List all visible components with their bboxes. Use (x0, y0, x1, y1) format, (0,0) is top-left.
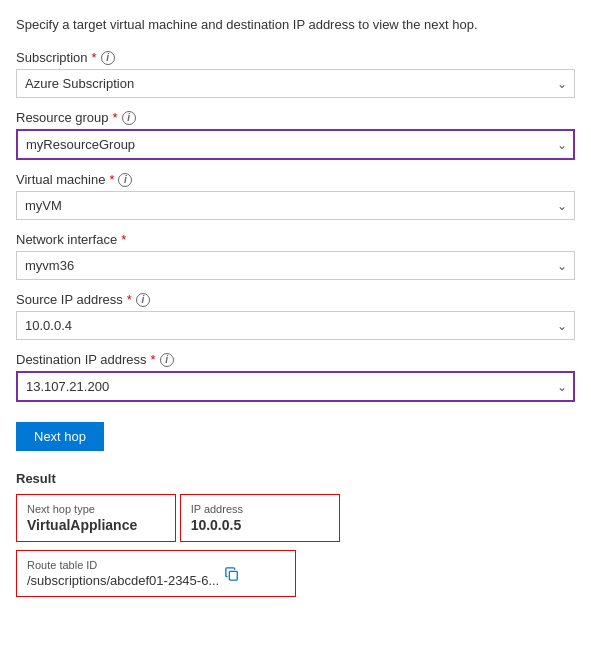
resource-group-label-text: Resource group (16, 110, 109, 125)
subscription-select[interactable]: Azure Subscription (16, 69, 575, 98)
result-title: Result (16, 471, 575, 486)
virtual-machine-label-text: Virtual machine (16, 172, 105, 187)
resource-group-label: Resource group * i (16, 110, 575, 125)
route-table-label: Route table ID (27, 559, 219, 571)
resource-group-select[interactable]: myResourceGroup (16, 129, 575, 160)
network-interface-field-group: Network interface * myvm36 ⌄ (16, 232, 575, 280)
network-interface-select-wrapper: myvm36 ⌄ (16, 251, 575, 280)
destination-ip-label-text: Destination IP address (16, 352, 147, 367)
destination-ip-select-wrapper: 13.107.21.200 ⌄ (16, 371, 575, 402)
ip-address-value: 10.0.0.5 (191, 517, 329, 533)
source-ip-select[interactable]: 10.0.0.4 (16, 311, 575, 340)
next-hop-type-value: VirtualAppliance (27, 517, 165, 533)
virtual-machine-label: Virtual machine * i (16, 172, 575, 187)
resource-group-field-group: Resource group * i myResourceGroup ⌄ (16, 110, 575, 160)
virtual-machine-select[interactable]: myVM (16, 191, 575, 220)
subscription-field-group: Subscription * i Azure Subscription ⌄ (16, 50, 575, 98)
source-ip-select-wrapper: 10.0.0.4 ⌄ (16, 311, 575, 340)
subscription-label: Subscription * i (16, 50, 575, 65)
source-ip-required: * (127, 292, 132, 307)
subscription-info-icon[interactable]: i (101, 51, 115, 65)
route-table-value: /subscriptions/abcdef01-2345-6... (27, 573, 219, 588)
resource-group-info-icon[interactable]: i (122, 111, 136, 125)
ip-address-label: IP address (191, 503, 329, 515)
network-interface-label-text: Network interface (16, 232, 117, 247)
virtual-machine-field-group: Virtual machine * i myVM ⌄ (16, 172, 575, 220)
description: Specify a target virtual machine and des… (16, 16, 575, 34)
subscription-label-text: Subscription (16, 50, 88, 65)
subscription-required: * (92, 50, 97, 65)
result-section: Result Next hop type VirtualAppliance IP… (16, 471, 575, 597)
network-interface-required: * (121, 232, 126, 247)
virtual-machine-required: * (109, 172, 114, 187)
resource-group-select-wrapper: myResourceGroup ⌄ (16, 129, 575, 160)
destination-ip-select[interactable]: 13.107.21.200 (16, 371, 575, 402)
destination-ip-required: * (151, 352, 156, 367)
source-ip-field-group: Source IP address * i 10.0.0.4 ⌄ (16, 292, 575, 340)
network-interface-select[interactable]: myvm36 (16, 251, 575, 280)
copy-icon[interactable] (225, 567, 239, 581)
virtual-machine-info-icon[interactable]: i (118, 173, 132, 187)
source-ip-label-text: Source IP address (16, 292, 123, 307)
virtual-machine-select-wrapper: myVM ⌄ (16, 191, 575, 220)
route-table-card: Route table ID /subscriptions/abcdef01-2… (16, 550, 296, 597)
destination-ip-field-group: Destination IP address * i 13.107.21.200… (16, 352, 575, 402)
source-ip-label: Source IP address * i (16, 292, 575, 307)
ip-address-card: IP address 10.0.0.5 (180, 494, 340, 542)
svg-rect-0 (230, 571, 238, 580)
next-hop-button[interactable]: Next hop (16, 422, 104, 451)
destination-ip-info-icon[interactable]: i (160, 353, 174, 367)
subscription-select-wrapper: Azure Subscription ⌄ (16, 69, 575, 98)
resource-group-required: * (113, 110, 118, 125)
destination-ip-label: Destination IP address * i (16, 352, 575, 367)
source-ip-info-icon[interactable]: i (136, 293, 150, 307)
next-hop-type-card: Next hop type VirtualAppliance (16, 494, 176, 542)
next-hop-type-label: Next hop type (27, 503, 165, 515)
network-interface-label: Network interface * (16, 232, 575, 247)
route-table-content: Route table ID /subscriptions/abcdef01-2… (27, 559, 219, 588)
